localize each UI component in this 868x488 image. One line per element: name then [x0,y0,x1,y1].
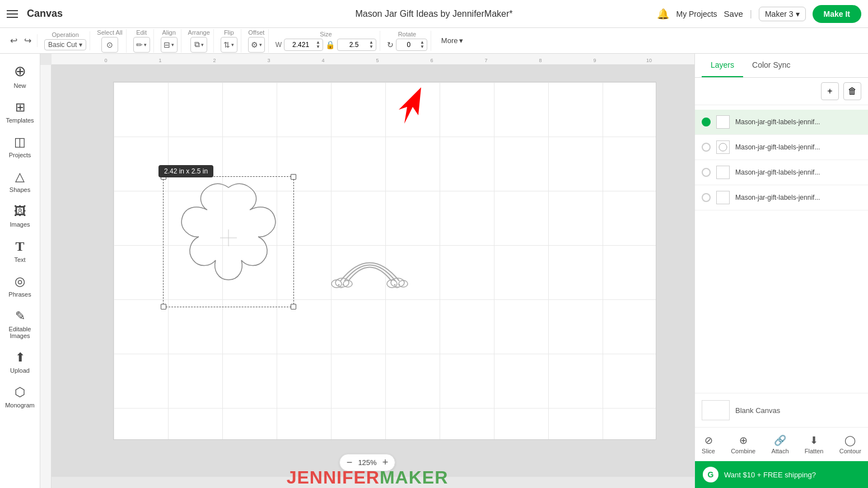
rotate-label: Rotate [398,31,416,37]
blank-canvas-thumbnail [702,400,730,420]
redo-button[interactable]: ↪ [22,34,34,47]
sidebar-item-phrases[interactable]: ◎ Phrases [2,270,38,302]
divider: | [750,9,752,19]
arrange-button[interactable]: ⧉ ▾ [190,37,207,53]
handle-top-right[interactable] [291,174,296,180]
svg-point-5 [338,284,340,286]
save-button[interactable]: Save [724,9,743,18]
layer-name-4: Mason-jar-gift-labels-jennif... [735,194,861,201]
bottom-tools: ⊘ Slice ⊕ Combine 🔗 Attach ⬇ Flatten ◯ C… [695,427,868,461]
operation-label: Operation [52,31,79,38]
sidebar-item-projects[interactable]: ◫ Projects [2,130,38,163]
svg-point-10 [394,284,396,286]
bell-icon[interactable]: 🔔 [657,8,669,20]
handle-bottom-right[interactable] [291,304,296,309]
layer-thumb-2 [716,140,730,154]
selection-box [163,176,294,307]
layer-thumb-4 [716,191,730,204]
size-h-input[interactable] [340,41,368,49]
zoom-in-button[interactable]: + [382,457,389,468]
svg-point-6 [343,284,344,286]
sidebar-item-monogram[interactable]: ⬡ Monogram [2,381,38,413]
sidebar-item-upload[interactable]: ⬆ Upload [2,346,38,378]
canvas-area[interactable]: 0 1 2 3 4 5 6 7 8 9 10 [40,54,694,488]
flip-button[interactable]: ⇅ ▾ [221,37,237,53]
edit-label: Edit [136,29,147,36]
flatten-label: Flatten [805,448,824,454]
zoom-out-button[interactable]: − [347,457,353,468]
layer-item-3[interactable]: Mason-jar-gift-labels-jennif... [695,160,868,185]
sidebar-item-editable-images[interactable]: ✎ Editable Images [2,304,38,344]
panel-toolbar: + 🗑 [695,78,868,105]
combine-icon: ⊕ [739,434,748,447]
phrases-icon: ◎ [15,274,25,289]
rotate-input[interactable] [399,41,419,49]
sidebar-item-templates-label: Templates [6,117,34,124]
attach-icon: 🔗 [774,434,786,447]
my-projects-button[interactable]: My Projects [676,10,717,18]
arrange-label: Arrange [188,29,210,36]
edit-button[interactable]: ✏ ▾ [133,37,150,53]
slice-tool[interactable]: ⊘ Slice [698,432,718,457]
tab-layers[interactable]: Layers [702,54,743,77]
add-layer-button[interactable]: + [821,82,839,100]
hamburger-menu[interactable] [7,10,18,18]
sidebar-item-text-label: Text [14,256,25,263]
layer-radio-2 [702,143,711,152]
lock-icon[interactable]: 🔒 [325,40,335,49]
ruler-left [40,65,52,488]
contour-icon: ◯ [844,434,856,447]
ruler-top: 0 1 2 3 4 5 6 7 8 9 10 [52,54,694,65]
sidebar-item-new[interactable]: ⊕ New [2,58,38,93]
handle-bottom-left[interactable] [161,304,166,309]
rainbow-shape[interactable] [326,239,413,301]
offset-label: Offset [248,29,264,36]
layer-name-2: Mason-jar-gift-labels-jennif... [735,143,861,151]
sidebar-item-images[interactable]: 🖼 Images [2,200,38,232]
layer-radio-4 [702,193,711,202]
layer-item-2[interactable]: Mason-jar-gift-labels-jennif... [695,135,868,160]
g-logo-icon: G [703,467,718,482]
size-w-down-arrow[interactable]: ▼ [316,45,320,49]
blank-canvas-label: Blank Canvas [735,406,780,415]
align-button[interactable]: ⊟ ▾ [161,37,178,53]
green-banner[interactable]: G Want $10 + FREE shipping? [695,461,868,488]
text-icon: T [15,239,24,254]
undo-button[interactable]: ↩ [8,34,20,47]
sidebar-item-new-label: New [13,82,26,89]
sidebar-item-shapes-label: Shapes [10,186,30,193]
make-it-button[interactable]: Make It [813,5,861,23]
sidebar-item-templates[interactable]: ⊞ Templates [2,96,38,128]
templates-icon: ⊞ [15,100,25,115]
selected-shape[interactable] [163,176,294,307]
sidebar-item-text[interactable]: T Text [2,234,38,268]
maker-selector[interactable]: Maker 3 ▾ [759,7,806,21]
sidebar-item-shapes[interactable]: △ Shapes [2,165,38,198]
align-label: Align [162,29,175,36]
size-h-down-arrow[interactable]: ▼ [369,45,374,49]
canvas-white[interactable]: 2.42 in x 2.5 in [113,82,656,440]
flip-label: Flip [224,29,234,36]
layer-thumb-3 [716,166,730,179]
delete-layer-button[interactable]: 🗑 [843,82,861,100]
select-all-button[interactable]: ⊙ [101,37,118,53]
flatten-tool[interactable]: ⬇ Flatten [801,432,827,457]
tab-color-sync[interactable]: Color Sync [743,54,799,77]
offset-button[interactable]: ⚙ ▾ [248,37,265,53]
layer-item-4[interactable]: Mason-jar-gift-labels-jennif... [695,185,868,210]
contour-tool[interactable]: ◯ Contour [836,432,865,457]
size-w-input[interactable]: 2.421 [287,41,315,49]
sidebar-item-monogram-label: Monogram [5,402,35,409]
attach-tool[interactable]: 🔗 Attach [768,432,792,457]
rotate-down-arrow[interactable]: ▼ [420,45,424,49]
combine-tool[interactable]: ⊕ Combine [727,432,759,457]
slice-icon: ⊘ [704,434,713,447]
svg-point-4 [343,280,352,287]
operation-select[interactable]: Basic Cut ▾ [44,39,86,50]
layer-item-1[interactable]: Mason-jar-gift-labels-jennif... [695,110,868,135]
sidebar-item-images-label: Images [10,221,30,228]
contour-label: Contour [839,448,861,454]
canvas-background: 2.42 in x 2.5 in [52,65,694,477]
layers-list: Mason-jar-gift-labels-jennif... Mason-ja… [695,105,868,393]
more-button[interactable]: More ▾ [438,34,467,47]
